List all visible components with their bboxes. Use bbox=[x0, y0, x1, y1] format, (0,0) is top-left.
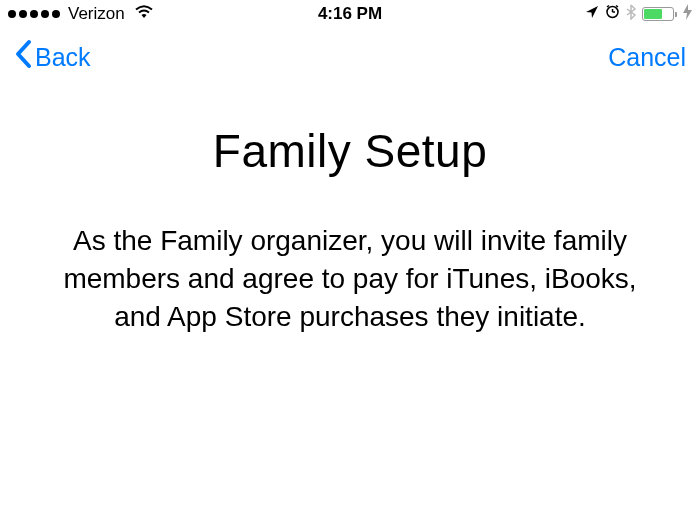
back-button[interactable]: Back bbox=[14, 39, 91, 75]
svg-line-4 bbox=[616, 6, 618, 8]
cancel-label: Cancel bbox=[608, 43, 686, 71]
page-description: As the Family organizer, you will invite… bbox=[40, 222, 660, 335]
status-time: 4:16 PM bbox=[318, 4, 382, 24]
cancel-button[interactable]: Cancel bbox=[608, 43, 686, 72]
status-left: Verizon bbox=[8, 4, 154, 24]
carrier-label: Verizon bbox=[68, 4, 125, 24]
wifi-icon bbox=[134, 4, 154, 24]
page-title: Family Setup bbox=[40, 124, 660, 178]
bluetooth-icon bbox=[626, 4, 636, 25]
svg-line-3 bbox=[607, 6, 609, 8]
chevron-left-icon bbox=[14, 39, 32, 75]
back-label: Back bbox=[35, 43, 91, 72]
navigation-bar: Back Cancel bbox=[0, 28, 700, 86]
location-icon bbox=[585, 4, 599, 24]
battery-icon bbox=[642, 7, 677, 21]
status-right bbox=[585, 4, 692, 25]
main-content: Family Setup As the Family organizer, yo… bbox=[0, 86, 700, 335]
charging-icon bbox=[683, 4, 692, 25]
alarm-icon bbox=[605, 4, 620, 24]
signal-strength-icon bbox=[8, 10, 60, 18]
status-bar: Verizon 4:16 PM bbox=[0, 0, 700, 28]
